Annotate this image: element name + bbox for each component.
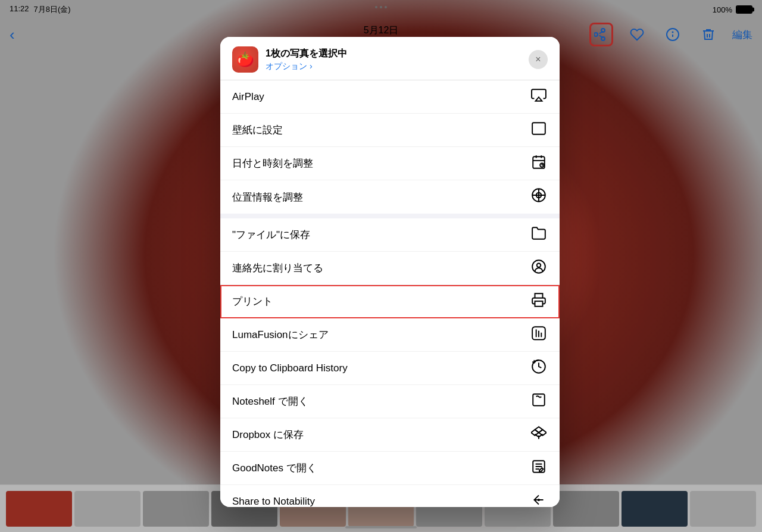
action-label-wallpaper: 壁紙に設定	[232, 123, 283, 137]
sheet-header-left: 🍅 1枚の写真を選択中 オプション ›	[232, 46, 347, 73]
action-label-notability: Share to Notability	[232, 496, 315, 507]
action-item-goodnotes[interactable]: GoodNotes で開く	[220, 452, 560, 485]
folder-icon	[530, 226, 548, 245]
action-label-datetime: 日付と時刻を調整	[232, 157, 313, 170]
action-item-dropbox[interactable]: Dropbox に保存	[220, 418, 560, 452]
close-button[interactable]: ×	[529, 50, 548, 69]
share-sheet: 🍅 1枚の写真を選択中 オプション › × AirPlay	[220, 37, 560, 507]
action-label-airplay: AirPlay	[232, 91, 264, 103]
sheet-title: 1枚の写真を選択中	[266, 48, 347, 60]
action-item-wallpaper[interactable]: 壁紙に設定	[220, 114, 560, 147]
sheet-title-group: 1枚の写真を選択中 オプション ›	[266, 48, 347, 72]
action-label-files: "ファイル"に保存	[232, 228, 310, 242]
action-item-airplay[interactable]: AirPlay	[220, 80, 560, 114]
section-divider	[220, 214, 560, 218]
action-list-2: "ファイル"に保存 連絡先に割り当てる	[220, 218, 560, 507]
svg-rect-26	[533, 394, 545, 406]
svg-rect-18	[535, 301, 543, 306]
dropbox-icon	[530, 425, 548, 445]
action-label-noteshelf: Noteshelf で開く	[232, 395, 308, 408]
svg-point-16	[532, 260, 545, 273]
sheet-header: 🍅 1枚の写真を選択中 オプション › ×	[220, 37, 560, 80]
action-label-print: プリント	[232, 295, 273, 308]
action-label-clipboard-history: Copy to Clipboard History	[232, 362, 348, 374]
home-indicator	[345, 526, 417, 528]
sheet-subtitle[interactable]: オプション ›	[266, 61, 347, 72]
action-label-goodnotes: GoodNotes で開く	[232, 461, 317, 475]
contact-icon	[530, 259, 548, 278]
action-item-print[interactable]: プリント	[220, 285, 560, 318]
action-item-location[interactable]: 位置情報を調整	[220, 180, 560, 214]
action-item-datetime[interactable]: 日付と時刻を調整	[220, 147, 560, 180]
print-icon	[530, 292, 548, 311]
action-item-clipboard-history[interactable]: Copy to Clipboard History	[220, 352, 560, 385]
action-list-1: AirPlay 壁紙に設定 日付と時刻を調整	[220, 80, 560, 214]
svg-rect-4	[532, 123, 545, 134]
action-label-lumafusion: LumaFusionにシェア	[232, 328, 329, 342]
svg-marker-3	[536, 97, 542, 101]
svg-point-17	[537, 263, 541, 267]
action-label-dropbox: Dropbox に保存	[232, 428, 304, 442]
app-icon: 🍅	[232, 46, 258, 73]
clipboard-history-icon	[530, 359, 548, 378]
action-item-lumafusion[interactable]: LumaFusionにシェア	[220, 318, 560, 352]
notability-icon	[530, 492, 548, 507]
svg-point-30	[538, 499, 539, 500]
location-icon	[530, 187, 548, 206]
airplay-icon	[530, 87, 548, 107]
calendar-edit-icon	[530, 154, 548, 173]
action-item-notability[interactable]: Share to Notability	[220, 485, 560, 507]
action-item-noteshelf[interactable]: Noteshelf で開く	[220, 385, 560, 418]
goodnotes-icon	[530, 459, 548, 478]
wallpaper-icon	[530, 121, 548, 140]
lumafusion-icon	[530, 326, 548, 345]
action-label-contact: 連絡先に割り当てる	[232, 261, 323, 275]
action-item-files[interactable]: "ファイル"に保存	[220, 218, 560, 252]
noteshelf-icon	[530, 392, 548, 411]
action-item-contact[interactable]: 連絡先に割り当てる	[220, 252, 560, 285]
action-label-location: 位置情報を調整	[232, 190, 303, 204]
sheet-scroll[interactable]: AirPlay 壁紙に設定 日付と時刻を調整	[220, 80, 560, 507]
